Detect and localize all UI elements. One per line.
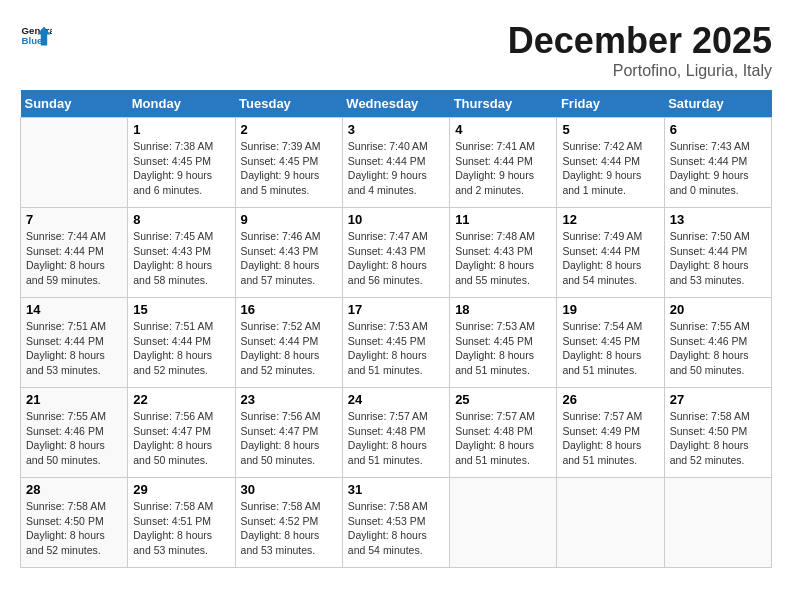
cell-info: Sunrise: 7:53 AMSunset: 4:45 PMDaylight:…: [348, 319, 444, 378]
cell-info: Sunrise: 7:44 AMSunset: 4:44 PMDaylight:…: [26, 229, 122, 288]
day-number: 25: [455, 392, 551, 407]
day-number: 26: [562, 392, 658, 407]
calendar-cell: 8 Sunrise: 7:45 AMSunset: 4:43 PMDayligh…: [128, 208, 235, 298]
day-number: 23: [241, 392, 337, 407]
day-number: 28: [26, 482, 122, 497]
day-number: 27: [670, 392, 766, 407]
cell-info: Sunrise: 7:58 AMSunset: 4:50 PMDaylight:…: [26, 499, 122, 558]
day-number: 12: [562, 212, 658, 227]
calendar-cell: 16 Sunrise: 7:52 AMSunset: 4:44 PMDaylig…: [235, 298, 342, 388]
calendar-cell: 15 Sunrise: 7:51 AMSunset: 4:44 PMDaylig…: [128, 298, 235, 388]
day-number: 4: [455, 122, 551, 137]
calendar-cell: 12 Sunrise: 7:49 AMSunset: 4:44 PMDaylig…: [557, 208, 664, 298]
cell-info: Sunrise: 7:46 AMSunset: 4:43 PMDaylight:…: [241, 229, 337, 288]
day-number: 18: [455, 302, 551, 317]
day-number: 3: [348, 122, 444, 137]
day-number: 20: [670, 302, 766, 317]
calendar-cell: 17 Sunrise: 7:53 AMSunset: 4:45 PMDaylig…: [342, 298, 449, 388]
calendar-cell: 10 Sunrise: 7:47 AMSunset: 4:43 PMDaylig…: [342, 208, 449, 298]
calendar-cell: 31 Sunrise: 7:58 AMSunset: 4:53 PMDaylig…: [342, 478, 449, 568]
day-number: 22: [133, 392, 229, 407]
calendar-cell: 5 Sunrise: 7:42 AMSunset: 4:44 PMDayligh…: [557, 118, 664, 208]
cell-info: Sunrise: 7:56 AMSunset: 4:47 PMDaylight:…: [133, 409, 229, 468]
svg-text:Blue: Blue: [22, 35, 43, 46]
week-row-2: 14 Sunrise: 7:51 AMSunset: 4:44 PMDaylig…: [21, 298, 772, 388]
month-title: December 2025: [508, 20, 772, 62]
calendar-cell: 24 Sunrise: 7:57 AMSunset: 4:48 PMDaylig…: [342, 388, 449, 478]
day-number: 13: [670, 212, 766, 227]
cell-info: Sunrise: 7:47 AMSunset: 4:43 PMDaylight:…: [348, 229, 444, 288]
calendar-cell: 6 Sunrise: 7:43 AMSunset: 4:44 PMDayligh…: [664, 118, 771, 208]
weekday-header-thursday: Thursday: [450, 90, 557, 118]
cell-info: Sunrise: 7:54 AMSunset: 4:45 PMDaylight:…: [562, 319, 658, 378]
day-number: 14: [26, 302, 122, 317]
day-number: 24: [348, 392, 444, 407]
day-number: 11: [455, 212, 551, 227]
calendar-cell: 11 Sunrise: 7:48 AMSunset: 4:43 PMDaylig…: [450, 208, 557, 298]
weekday-header-friday: Friday: [557, 90, 664, 118]
logo-icon: General Blue: [20, 20, 52, 52]
day-number: 10: [348, 212, 444, 227]
day-number: 7: [26, 212, 122, 227]
cell-info: Sunrise: 7:43 AMSunset: 4:44 PMDaylight:…: [670, 139, 766, 198]
header: General Blue December 2025 Portofino, Li…: [20, 20, 772, 80]
title-area: December 2025 Portofino, Liguria, Italy: [508, 20, 772, 80]
weekday-header-tuesday: Tuesday: [235, 90, 342, 118]
cell-info: Sunrise: 7:55 AMSunset: 4:46 PMDaylight:…: [26, 409, 122, 468]
day-number: 5: [562, 122, 658, 137]
cell-info: Sunrise: 7:42 AMSunset: 4:44 PMDaylight:…: [562, 139, 658, 198]
logo: General Blue: [20, 20, 52, 52]
day-number: 15: [133, 302, 229, 317]
weekday-header-row: SundayMondayTuesdayWednesdayThursdayFrid…: [21, 90, 772, 118]
weekday-header-sunday: Sunday: [21, 90, 128, 118]
cell-info: Sunrise: 7:58 AMSunset: 4:53 PMDaylight:…: [348, 499, 444, 558]
cell-info: Sunrise: 7:50 AMSunset: 4:44 PMDaylight:…: [670, 229, 766, 288]
calendar-cell: [450, 478, 557, 568]
calendar-cell: 1 Sunrise: 7:38 AMSunset: 4:45 PMDayligh…: [128, 118, 235, 208]
calendar-cell: 28 Sunrise: 7:58 AMSunset: 4:50 PMDaylig…: [21, 478, 128, 568]
day-number: 21: [26, 392, 122, 407]
calendar-cell: [664, 478, 771, 568]
day-number: 6: [670, 122, 766, 137]
day-number: 2: [241, 122, 337, 137]
day-number: 30: [241, 482, 337, 497]
cell-info: Sunrise: 7:57 AMSunset: 4:49 PMDaylight:…: [562, 409, 658, 468]
week-row-1: 7 Sunrise: 7:44 AMSunset: 4:44 PMDayligh…: [21, 208, 772, 298]
cell-info: Sunrise: 7:52 AMSunset: 4:44 PMDaylight:…: [241, 319, 337, 378]
cell-info: Sunrise: 7:57 AMSunset: 4:48 PMDaylight:…: [455, 409, 551, 468]
calendar-cell: 19 Sunrise: 7:54 AMSunset: 4:45 PMDaylig…: [557, 298, 664, 388]
calendar-cell: 30 Sunrise: 7:58 AMSunset: 4:52 PMDaylig…: [235, 478, 342, 568]
cell-info: Sunrise: 7:45 AMSunset: 4:43 PMDaylight:…: [133, 229, 229, 288]
calendar-cell: 23 Sunrise: 7:56 AMSunset: 4:47 PMDaylig…: [235, 388, 342, 478]
cell-info: Sunrise: 7:38 AMSunset: 4:45 PMDaylight:…: [133, 139, 229, 198]
day-number: 29: [133, 482, 229, 497]
calendar-cell: 25 Sunrise: 7:57 AMSunset: 4:48 PMDaylig…: [450, 388, 557, 478]
week-row-0: 1 Sunrise: 7:38 AMSunset: 4:45 PMDayligh…: [21, 118, 772, 208]
calendar-body: 1 Sunrise: 7:38 AMSunset: 4:45 PMDayligh…: [21, 118, 772, 568]
calendar-cell: 27 Sunrise: 7:58 AMSunset: 4:50 PMDaylig…: [664, 388, 771, 478]
day-number: 31: [348, 482, 444, 497]
day-number: 1: [133, 122, 229, 137]
calendar-cell: 4 Sunrise: 7:41 AMSunset: 4:44 PMDayligh…: [450, 118, 557, 208]
cell-info: Sunrise: 7:49 AMSunset: 4:44 PMDaylight:…: [562, 229, 658, 288]
cell-info: Sunrise: 7:39 AMSunset: 4:45 PMDaylight:…: [241, 139, 337, 198]
day-number: 8: [133, 212, 229, 227]
weekday-header-wednesday: Wednesday: [342, 90, 449, 118]
calendar-cell: 21 Sunrise: 7:55 AMSunset: 4:46 PMDaylig…: [21, 388, 128, 478]
calendar-cell: [557, 478, 664, 568]
day-number: 17: [348, 302, 444, 317]
cell-info: Sunrise: 7:57 AMSunset: 4:48 PMDaylight:…: [348, 409, 444, 468]
calendar-cell: 18 Sunrise: 7:53 AMSunset: 4:45 PMDaylig…: [450, 298, 557, 388]
day-number: 19: [562, 302, 658, 317]
weekday-header-saturday: Saturday: [664, 90, 771, 118]
calendar-cell: 13 Sunrise: 7:50 AMSunset: 4:44 PMDaylig…: [664, 208, 771, 298]
cell-info: Sunrise: 7:40 AMSunset: 4:44 PMDaylight:…: [348, 139, 444, 198]
cell-info: Sunrise: 7:51 AMSunset: 4:44 PMDaylight:…: [26, 319, 122, 378]
calendar-cell: 7 Sunrise: 7:44 AMSunset: 4:44 PMDayligh…: [21, 208, 128, 298]
cell-info: Sunrise: 7:41 AMSunset: 4:44 PMDaylight:…: [455, 139, 551, 198]
cell-info: Sunrise: 7:58 AMSunset: 4:50 PMDaylight:…: [670, 409, 766, 468]
calendar-cell: [21, 118, 128, 208]
calendar-cell: 14 Sunrise: 7:51 AMSunset: 4:44 PMDaylig…: [21, 298, 128, 388]
week-row-3: 21 Sunrise: 7:55 AMSunset: 4:46 PMDaylig…: [21, 388, 772, 478]
location-title: Portofino, Liguria, Italy: [508, 62, 772, 80]
